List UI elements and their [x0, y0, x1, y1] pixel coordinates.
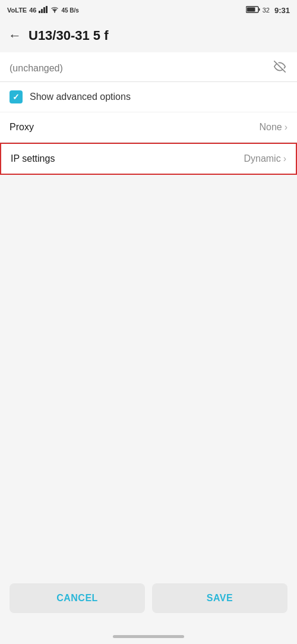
ip-settings-row[interactable]: IP settings Dynamic › — [0, 143, 297, 175]
password-input[interactable] — [10, 63, 272, 74]
svg-rect-6 — [258, 8, 260, 11]
checkbox-checkmark-icon: ✓ — [12, 92, 20, 102]
proxy-value: None — [259, 122, 282, 133]
bottom-buttons: CANCEL SAVE — [0, 576, 297, 620]
advanced-options-label: Show advanced options — [30, 92, 131, 102]
signal-4g: 46 — [29, 7, 36, 14]
ip-settings-chevron-icon: › — [283, 153, 286, 164]
proxy-value-container: None › — [259, 122, 287, 133]
proxy-row[interactable]: Proxy None › — [0, 112, 297, 143]
status-bar: VoLTE 46 45 B/s — [0, 0, 297, 19]
back-button[interactable]: ← — [6, 26, 24, 46]
main-content: ✓ Show advanced options Proxy None › IP … — [0, 52, 297, 175]
signal-bars-icon — [39, 6, 48, 14]
page-title: U13/30-31 5 f — [29, 28, 109, 43]
ip-settings-value: Dynamic — [244, 153, 280, 164]
volte-label: VoLTE — [7, 7, 27, 14]
status-left: VoLTE 46 45 B/s — [7, 6, 79, 14]
battery-icon — [246, 6, 260, 14]
back-arrow-icon: ← — [8, 28, 21, 43]
svg-rect-3 — [46, 6, 48, 13]
home-indicator — [113, 635, 184, 638]
speed-label: 45 B/s — [61, 7, 78, 14]
save-button[interactable]: SAVE — [152, 583, 287, 613]
cancel-button[interactable]: CANCEL — [10, 583, 145, 613]
advanced-options-checkbox-container: ✓ Show advanced options — [10, 90, 131, 103]
battery-level: 32 — [263, 7, 270, 14]
svg-rect-0 — [39, 11, 40, 13]
password-row — [0, 52, 297, 82]
wifi-icon — [50, 7, 59, 14]
svg-rect-7 — [247, 8, 255, 12]
ip-settings-label: IP settings — [11, 153, 55, 164]
content-spacer — [0, 175, 297, 472]
ip-settings-value-container: Dynamic › — [244, 153, 286, 164]
status-right: 32 9:31 — [246, 6, 290, 15]
svg-rect-2 — [43, 7, 45, 13]
top-bar: ← U13/30-31 5 f — [0, 19, 297, 52]
svg-point-4 — [54, 11, 55, 12]
toggle-password-button[interactable] — [272, 61, 287, 76]
svg-rect-1 — [41, 9, 43, 13]
proxy-label: Proxy — [10, 122, 34, 133]
advanced-options-checkbox[interactable]: ✓ — [10, 90, 23, 103]
time-display: 9:31 — [274, 6, 290, 15]
proxy-chevron-icon: › — [285, 122, 287, 133]
show-advanced-options-row[interactable]: ✓ Show advanced options — [0, 82, 297, 112]
